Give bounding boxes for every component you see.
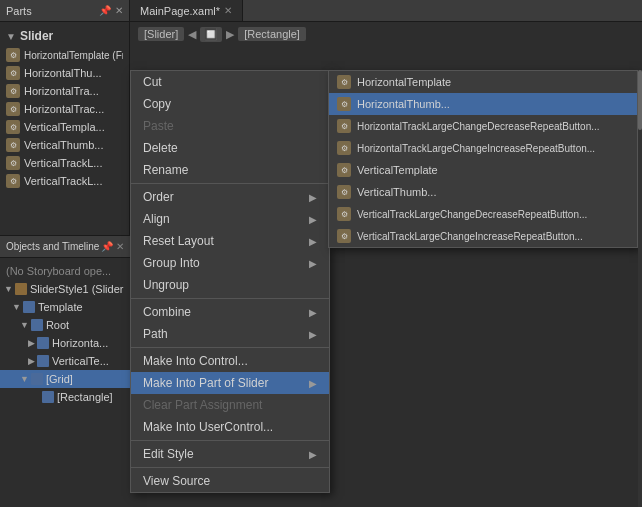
tree-item-horizonta[interactable]: ▶ Horizonta... — [0, 334, 130, 352]
tree-item-icon — [37, 355, 49, 367]
submenu-item-vthumb[interactable]: ⚙ VerticalThumb... — [329, 181, 637, 203]
part-icon: ⚙ — [6, 156, 20, 170]
submenu-item-vtrack-increase[interactable]: ⚙ VerticalTrackLargeChangeIncreaseRepeat… — [329, 225, 637, 247]
submenu-item-icon: ⚙ — [337, 97, 351, 111]
menu-make-into-control[interactable]: Make Into Control... — [131, 350, 329, 372]
tree-label: Horizonta... — [52, 337, 108, 349]
close-icon[interactable]: ✕ — [115, 5, 123, 16]
slider-label: Slider — [20, 29, 53, 43]
part-label: HorizontalThu... — [24, 67, 102, 79]
submenu-item-label: HorizontalTemplate — [357, 76, 451, 88]
pin-icon[interactable]: 📌 — [99, 5, 111, 16]
scrollbar-thumb[interactable] — [638, 70, 642, 130]
tree-expand-arrow: ▶ — [28, 338, 35, 348]
tree-item-root[interactable]: ▼ Root — [0, 316, 130, 334]
menu-rename[interactable]: Rename — [131, 159, 329, 181]
submenu-item-icon: ⚙ — [337, 141, 351, 155]
objects-header: Objects and Timeline 📌 ✕ — [0, 236, 130, 258]
parts-panel-header: Parts 📌 ✕ — [0, 0, 129, 22]
menu-make-usercontrol[interactable]: Make Into UserControl... — [131, 416, 329, 438]
menu-view-source[interactable]: View Source — [131, 470, 329, 492]
menu-reset-layout-label: Reset Layout — [143, 234, 214, 248]
breadcrumb: [Slider] ◀ 🔲 ▶ [Rectangle] — [130, 22, 642, 46]
scrollbar-track — [638, 70, 642, 507]
menu-group-into[interactable]: Group Into ▶ — [131, 252, 329, 274]
part-icon: ⚙ — [6, 66, 20, 80]
tree-label: VerticalTe... — [52, 355, 109, 367]
tab-close-icon[interactable]: ✕ — [224, 5, 232, 16]
menu-make-usercontrol-label: Make Into UserControl... — [143, 420, 273, 434]
objects-content: (No Storyboard ope... ▼ SliderStyle1 (Sl… — [0, 258, 130, 410]
menu-clear-part[interactable]: Clear Part Assignment — [131, 394, 329, 416]
submenu-make-part: ⚙ HorizontalTemplate ⚙ HorizontalThumb..… — [328, 70, 638, 248]
parts-item-6[interactable]: ⚙ VerticalTrackL... — [0, 154, 129, 172]
submenu-arrow: ▶ — [309, 258, 317, 269]
menu-sep4 — [131, 440, 329, 441]
menu-paste[interactable]: Paste — [131, 115, 329, 137]
menu-combine[interactable]: Combine ▶ — [131, 301, 329, 323]
menu-paste-label: Paste — [143, 119, 174, 133]
submenu-item-vtrack-decrease[interactable]: ⚙ VerticalTrackLargeChangeDecreaseRepeat… — [329, 203, 637, 225]
submenu-item-vtemplate[interactable]: ⚙ VerticalTemplate — [329, 159, 637, 181]
part-label: VerticalThumb... — [24, 139, 103, 151]
parts-item-7[interactable]: ⚙ VerticalTrackL... — [0, 172, 129, 190]
submenu-item-label: HorizontalTrackLargeChangeIncreaseRepeat… — [357, 143, 595, 154]
close-icon2[interactable]: ✕ — [116, 241, 124, 252]
tree-item-sliderstyle[interactable]: ▼ SliderStyle1 (Slider — [0, 280, 130, 298]
parts-item-framework[interactable]: ⚙ HorizontalTemplate (Fram... — [0, 46, 129, 64]
submenu-item-hthumb[interactable]: ⚙ HorizontalThumb... — [329, 93, 637, 115]
expand-arrow: ▼ — [6, 31, 16, 42]
tree-item-icon — [15, 283, 27, 295]
menu-path[interactable]: Path ▶ — [131, 323, 329, 345]
menu-align[interactable]: Align ▶ — [131, 208, 329, 230]
submenu-arrow: ▶ — [309, 449, 317, 460]
tree-item-icon — [31, 373, 43, 385]
tree-label: Root — [46, 319, 69, 331]
submenu-arrow: ▶ — [309, 214, 317, 225]
menu-cut[interactable]: Cut — [131, 71, 329, 93]
part-label: VerticalTrackL... — [24, 175, 102, 187]
menu-make-into-part[interactable]: Make Into Part of Slider ▶ — [131, 372, 329, 394]
tree-item-rectangle[interactable]: [Rectangle] — [0, 388, 130, 406]
parts-item-4[interactable]: ⚙ VerticalTempla... — [0, 118, 129, 136]
parts-item-1[interactable]: ⚙ HorizontalThu... — [0, 64, 129, 82]
parts-item-2[interactable]: ⚙ HorizontalTra... — [0, 82, 129, 100]
menu-copy[interactable]: Copy — [131, 93, 329, 115]
tree-item-grid[interactable]: ▼ [Grid] — [0, 370, 130, 388]
menu-ungroup[interactable]: Ungroup — [131, 274, 329, 296]
storyboard-text: (No Storyboard ope... — [6, 265, 111, 277]
breadcrumb-slider[interactable]: [Slider] — [138, 27, 184, 41]
submenu-item-htemplate[interactable]: ⚙ HorizontalTemplate — [329, 71, 637, 93]
tree-item-icon — [37, 337, 49, 349]
mainpage-tab[interactable]: MainPage.xaml* ✕ — [130, 0, 243, 21]
part-icon: ⚙ — [6, 102, 20, 116]
menu-group-into-label: Group Into — [143, 256, 200, 270]
parts-item-3[interactable]: ⚙ HorizontalTrac... — [0, 100, 129, 118]
storyboard-line: (No Storyboard ope... — [0, 262, 130, 280]
breadcrumb-rectangle[interactable]: [Rectangle] — [238, 27, 306, 41]
submenu-arrow: ▶ — [309, 236, 317, 247]
submenu-arrow: ▶ — [309, 192, 317, 203]
submenu-item-icon: ⚙ — [337, 163, 351, 177]
menu-delete[interactable]: Delete — [131, 137, 329, 159]
submenu-item-htrack-increase[interactable]: ⚙ HorizontalTrackLargeChangeIncreaseRepe… — [329, 137, 637, 159]
menu-order[interactable]: Order ▶ — [131, 186, 329, 208]
tree-expand-arrow: ▼ — [12, 302, 21, 312]
menu-edit-style[interactable]: Edit Style ▶ — [131, 443, 329, 465]
menu-combine-label: Combine — [143, 305, 191, 319]
part-icon: ⚙ — [6, 84, 20, 98]
tree-label: SliderStyle1 (Slider — [30, 283, 124, 295]
parts-item-5[interactable]: ⚙ VerticalThumb... — [0, 136, 129, 154]
menu-align-label: Align — [143, 212, 170, 226]
menu-ungroup-label: Ungroup — [143, 278, 189, 292]
submenu-item-htrack-decrease[interactable]: ⚙ HorizontalTrackLargeChangeDecreaseRepe… — [329, 115, 637, 137]
main-tabs: MainPage.xaml* ✕ — [130, 0, 642, 22]
tree-item-template[interactable]: ▼ Template — [0, 298, 130, 316]
parts-title: Parts — [6, 5, 32, 17]
submenu-item-icon: ⚙ — [337, 75, 351, 89]
tree-expand-arrow: ▼ — [20, 320, 29, 330]
objects-title: Objects and Timeline — [6, 241, 99, 252]
pin-icon2[interactable]: 📌 — [101, 241, 113, 252]
tree-item-verticalte[interactable]: ▶ VerticalTe... — [0, 352, 130, 370]
menu-reset-layout[interactable]: Reset Layout ▶ — [131, 230, 329, 252]
